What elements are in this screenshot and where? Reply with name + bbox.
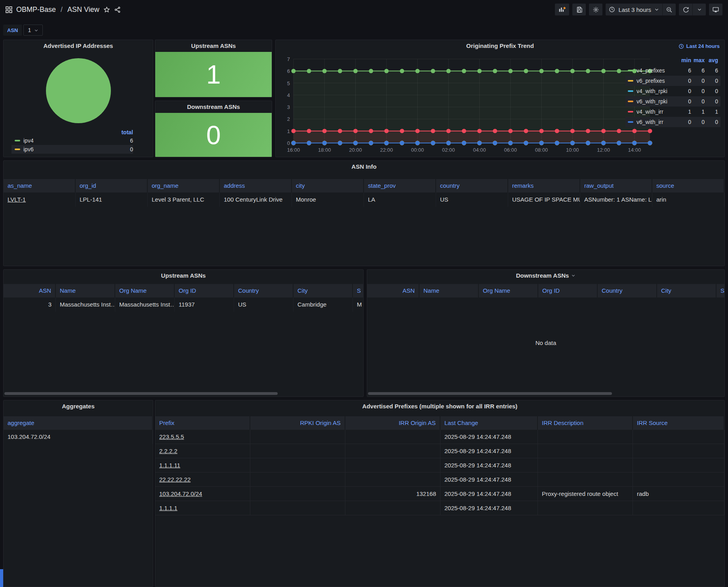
zoom-out-time-button[interactable] <box>662 4 676 15</box>
column-header-irr-description[interactable]: IRR Description <box>538 416 633 430</box>
table-cell[interactable]: 103.204.72.0/24 <box>155 487 250 501</box>
legend-item-ipv4[interactable]: ipv46 <box>11 136 133 145</box>
table-cell <box>250 430 345 444</box>
chevron-down-icon <box>654 7 659 12</box>
table-cell[interactable]: LVLT-1 <box>4 192 76 207</box>
column-header-org-id[interactable]: org_id <box>76 179 148 192</box>
legend-item-ipv6[interactable]: ipv60 <box>11 145 133 154</box>
column-header-raw-output[interactable]: raw_output <box>580 179 652 192</box>
series-point-v4_with_irr <box>462 129 466 133</box>
refresh-button[interactable] <box>679 4 692 15</box>
column-header-aggregate[interactable]: aggregate <box>4 416 153 430</box>
legend-stat-header-max[interactable]: max <box>691 57 705 63</box>
add-panel-button[interactable] <box>555 4 569 15</box>
legend-stat-value: 1 <box>691 109 705 115</box>
legend-item-v4_with_rpki[interactable]: v4_with_rpki000 <box>625 86 720 96</box>
column-header-city[interactable]: city <box>292 179 364 192</box>
save-dashboard-button[interactable] <box>572 4 586 15</box>
scroll-indicator[interactable] <box>0 569 3 587</box>
refresh-interval-dropdown[interactable] <box>692 4 706 15</box>
column-header-name[interactable]: Name <box>419 284 479 297</box>
series-point-v4_with_irr <box>307 129 311 133</box>
table-cell[interactable]: 2.2.2.2 <box>155 444 250 458</box>
column-header-last-change[interactable]: Last Change <box>440 416 538 430</box>
series-point-v4_prefixes <box>601 69 606 73</box>
legend-header-row: minmaxavg <box>625 55 720 65</box>
column-header-asn[interactable]: ASN <box>4 284 56 297</box>
column-header-country[interactable]: country <box>436 179 508 192</box>
legend-stat-header-avg[interactable]: avg <box>705 57 718 63</box>
column-header-city[interactable]: City <box>657 284 717 297</box>
series-point-v6_with_irr <box>307 141 311 145</box>
asn-variable-dropdown[interactable]: 1 <box>23 25 43 36</box>
legend-item-v6_prefixes[interactable]: v6_prefixes000 <box>625 76 720 86</box>
series-point-v4_with_irr <box>477 129 482 133</box>
v4-with-irr-area-fill <box>293 131 650 143</box>
series-point-v4_prefixes <box>477 69 482 73</box>
column-header-irr-origin-as[interactable]: IRR Origin AS <box>345 416 440 430</box>
column-header-rpki-origin-as[interactable]: RPKI Origin AS <box>250 416 345 430</box>
legend-stat-value: 1 <box>705 109 718 115</box>
column-header-as-name[interactable]: as_name <box>4 179 76 192</box>
column-header-s[interactable]: S <box>717 284 724 297</box>
column-header-country[interactable]: Country <box>598 284 657 297</box>
cell-link[interactable]: LVLT-1 <box>8 196 26 203</box>
column-header-label: Org Name <box>483 287 510 294</box>
table-cell: 2025-08-29 14:24:47.248 <box>440 430 538 444</box>
legend-item-v6_with_rpki[interactable]: v6_with_rpki000 <box>625 96 720 107</box>
column-header-org-id[interactable]: Org ID <box>538 284 598 297</box>
column-header-s[interactable]: S <box>353 284 363 297</box>
dashboards-grid-icon[interactable] <box>6 6 12 13</box>
table-cell[interactable]: 1.1.1.1 <box>155 501 250 515</box>
cell-link[interactable]: 22.22.22.22 <box>159 476 191 483</box>
share-icon[interactable] <box>114 6 121 13</box>
table-cell <box>345 501 440 515</box>
table-cell: Massachusetts Inst… <box>115 297 175 312</box>
column-header-org-id[interactable]: Org ID <box>175 284 234 297</box>
dashboard-settings-button[interactable] <box>589 4 602 15</box>
table-cell <box>633 473 724 486</box>
column-header-country[interactable]: Country <box>234 284 293 297</box>
column-header-state-prov[interactable]: state_prov <box>364 179 436 192</box>
column-header-org-name[interactable]: Org Name <box>115 284 175 297</box>
column-header-org-name[interactable]: Org Name <box>479 284 538 297</box>
column-header-irr-source[interactable]: IRR Source <box>633 416 724 430</box>
column-header-label: City <box>661 287 671 294</box>
column-header-name[interactable]: Name <box>56 284 115 297</box>
y-axis-tick-label: 1 <box>287 128 290 134</box>
x-axis-tick-label: 14:00 <box>628 147 641 153</box>
time-shift-link[interactable]: Last 24 hours <box>678 43 720 49</box>
table-cell[interactable]: 1.1.1.11 <box>155 458 250 472</box>
legend-label: v4_with_rpki <box>637 88 678 94</box>
column-header-prefix[interactable]: Prefix <box>155 416 250 430</box>
table-cell: 11937 <box>175 297 234 312</box>
legend-item-v6_with_irr[interactable]: v6_with_irr000 <box>625 117 720 127</box>
time-range-picker[interactable]: Last 3 hours <box>606 4 662 15</box>
horizontal-scrollbar[interactable] <box>368 392 612 395</box>
legend-item-v4_with_irr[interactable]: v4_with_irr111 <box>625 107 720 117</box>
upstream-asn-count: 1 <box>206 59 221 90</box>
table-cell[interactable]: 22.22.22.22 <box>155 473 250 486</box>
cell-link[interactable]: 2.2.2.2 <box>159 448 177 454</box>
breadcrumb-dashboard[interactable]: OBMP-Base <box>16 6 56 14</box>
star-icon[interactable] <box>103 6 110 13</box>
column-header-label: Country <box>602 287 623 294</box>
column-header-remarks[interactable]: remarks <box>508 179 580 192</box>
column-header-org-name[interactable]: org_name <box>148 179 220 192</box>
y-axis-tick-label: 4 <box>287 92 290 98</box>
column-header-address[interactable]: address <box>220 179 292 192</box>
cell-link[interactable]: 1.1.1.11 <box>159 462 180 469</box>
cell-link[interactable]: 223.5.5.5 <box>159 433 184 440</box>
table-cell[interactable]: 223.5.5.5 <box>155 430 250 444</box>
legend-item-v4_prefixes[interactable]: v4_prefixes666 <box>625 65 720 76</box>
column-header-asn[interactable]: ASN <box>367 284 419 297</box>
cell-link[interactable]: 1.1.1.1 <box>159 505 177 511</box>
column-header-city[interactable]: City <box>293 284 353 297</box>
column-header-source[interactable]: source <box>652 179 724 192</box>
panel-title[interactable]: Downstream ASNs <box>367 270 724 282</box>
cell-link[interactable]: 103.204.72.0/24 <box>159 490 202 497</box>
horizontal-scrollbar[interactable] <box>4 392 278 395</box>
table-cell: 2025-08-29 14:24:47.248 <box>440 473 538 486</box>
kiosk-mode-button[interactable] <box>709 4 722 15</box>
legend-stat-header-min[interactable]: min <box>678 57 691 63</box>
